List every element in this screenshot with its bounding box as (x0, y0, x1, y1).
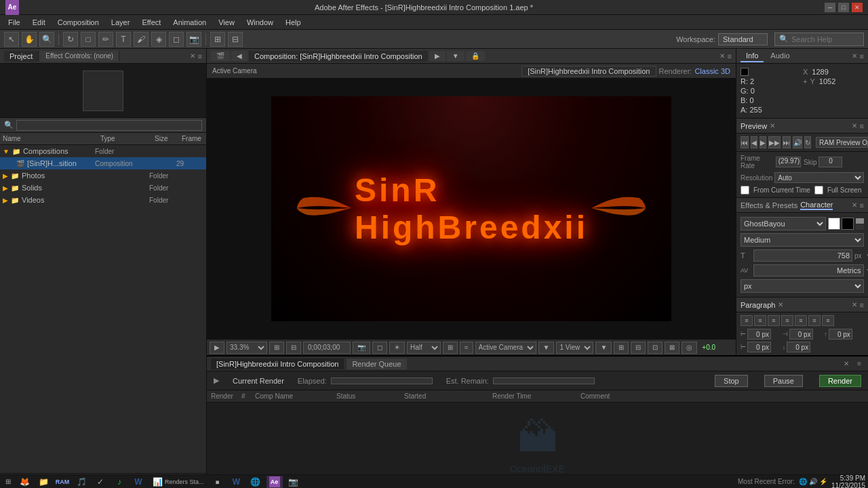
vt-extra5[interactable]: ◎ (682, 342, 697, 354)
search-input[interactable] (791, 35, 859, 43)
maximize-button[interactable]: □ (838, 3, 849, 12)
vt-resolution-dropdown[interactable]: Half (407, 342, 441, 354)
toolbar-zoom-tool[interactable]: 🔍 (39, 32, 54, 47)
skip-value[interactable]: 0 (818, 157, 842, 167)
list-item[interactable]: ▼ 📁 Compositions Folder (0, 145, 206, 157)
preview-loop[interactable]: ↻ (804, 136, 811, 148)
window-controls[interactable]: ─ □ ✕ (825, 3, 863, 12)
align-left-button[interactable]: ≡ (741, 315, 753, 326)
unit-dropdown[interactable]: px (741, 279, 864, 293)
character-tab[interactable]: Character (800, 201, 833, 210)
timeline-panel-menu[interactable]: ≡ (854, 360, 864, 367)
comp-panel-arrow-right[interactable]: ▶ (429, 51, 446, 61)
list-item[interactable]: ▶ 📁 Photos Folder (0, 169, 206, 182)
pause-button[interactable]: Pause (764, 375, 803, 387)
preview-ram-options[interactable]: RAM Preview Options (816, 137, 868, 148)
render-button[interactable]: Render (819, 375, 861, 387)
effects-panel-close[interactable]: ✕ (852, 201, 857, 209)
vt-dropdown-arrow[interactable]: ▼ (538, 342, 555, 354)
vt-extra3[interactable]: ⊡ (648, 342, 663, 354)
audio-tab[interactable]: Audio (765, 50, 795, 62)
renderer-value[interactable]: Classic 3D (694, 67, 730, 75)
vt-safe-margins[interactable]: ⊟ (286, 342, 301, 354)
preview-skip-end[interactable]: ⏭ (783, 136, 791, 148)
taskbar-ae[interactable]: Ae (267, 476, 283, 488)
project-panel-menu[interactable]: ≡ (198, 52, 202, 60)
para-panel-close[interactable]: ✕ (852, 301, 857, 309)
indent-left-input[interactable] (747, 329, 771, 340)
taskbar-word[interactable]: W (130, 476, 146, 488)
menu-layer[interactable]: Layer (106, 17, 136, 28)
close-button[interactable]: ✕ (852, 3, 863, 12)
toolbar-extra-1[interactable]: ⊞ (210, 32, 225, 47)
start-button[interactable]: ⊞ (3, 476, 14, 488)
preview-play[interactable]: ▶ (760, 136, 766, 148)
justify-right-button[interactable]: ≡ (808, 315, 821, 326)
render-queue-tab[interactable]: Render Queue (347, 359, 406, 369)
taskbar-word2[interactable]: W (229, 476, 245, 488)
comp-tab-main[interactable]: Composition: [SinR]Highbreedxii Intro Co… (249, 51, 428, 62)
taskbar-vlc[interactable]: 🎵 (73, 476, 90, 488)
font-size-dropdown[interactable]: ▼ (866, 252, 868, 260)
comp-panel-menu[interactable]: ≡ (728, 52, 732, 60)
indent-first-input[interactable] (747, 342, 771, 352)
vt-snap[interactable]: ⊞ (443, 342, 458, 354)
para-close-x[interactable]: ✕ (778, 301, 783, 308)
vt-camera-icon[interactable]: 📷 (353, 342, 370, 354)
toolbar-hand-tool[interactable]: ✋ (22, 32, 37, 47)
current-render-toggle[interactable]: ▶ (214, 376, 219, 385)
preview-panel-close[interactable]: ✕ (852, 122, 857, 130)
preview-close-tab[interactable]: ✕ (770, 122, 775, 129)
taskbar-browser[interactable]: 🌐 (248, 476, 264, 488)
vt-camera-dropdown[interactable]: Active Camera (475, 342, 536, 354)
taskbar-terminal[interactable]: ▪ (210, 476, 226, 488)
workspace-dropdown[interactable]: Standard (718, 33, 768, 45)
toolbar-camera-tool[interactable]: 📷 (186, 32, 201, 47)
comp-panel-arrow-left[interactable]: ◀ (231, 51, 248, 61)
preview-panel-menu[interactable]: ≡ (860, 122, 864, 130)
from-current-checkbox[interactable] (741, 186, 749, 195)
list-item[interactable]: ▶ 📁 Solids Folder (0, 182, 206, 194)
no-color-button[interactable] (856, 224, 864, 230)
effects-panel-menu[interactable]: ≡ (860, 201, 864, 209)
timeline-panel-close[interactable]: ✕ (841, 360, 852, 367)
stop-button[interactable]: Stop (715, 375, 748, 387)
vt-view-arrow[interactable]: ▼ (595, 342, 612, 354)
menu-edit[interactable]: Edit (27, 17, 51, 28)
project-tab[interactable]: Project (4, 51, 39, 62)
menu-view[interactable]: View (213, 17, 240, 28)
vt-extra4[interactable]: ⊠ (665, 342, 679, 354)
comp-panel-lock[interactable]: 🔒 (466, 51, 485, 61)
justify-all-button[interactable]: ≡ (822, 315, 834, 326)
indent-right-input[interactable] (789, 329, 813, 340)
minimize-button[interactable]: ─ (825, 3, 835, 12)
font-size-input[interactable] (753, 249, 852, 262)
composition-viewport[interactable]: SinR HighBreedxii (207, 79, 736, 339)
taskbar-ram[interactable]: RAM (54, 476, 71, 488)
preview-step-forward[interactable]: ▶▶ (768, 136, 781, 148)
resolution-dropdown[interactable]: Auto (774, 172, 864, 183)
align-right-button[interactable]: ≡ (768, 315, 780, 326)
vt-play-button[interactable]: ▶ (210, 342, 224, 354)
full-screen-checkbox[interactable] (814, 186, 823, 195)
comp-panel-dropdown[interactable]: ▼ (447, 51, 465, 61)
menu-animation[interactable]: Animation (167, 17, 212, 28)
toolbar-rect-tool[interactable]: □ (81, 32, 96, 47)
space-after-input[interactable] (787, 342, 810, 352)
fill-color-box[interactable] (828, 218, 840, 230)
list-item[interactable]: 🎬 [SinR]H...sition Composition 29 (0, 157, 206, 169)
taskbar-render-status[interactable]: 📊 Renders Sta... (149, 476, 207, 488)
vt-extra2[interactable]: ⊟ (631, 342, 646, 354)
preview-audio[interactable]: 🔊 (793, 136, 802, 148)
taskbar-spotify[interactable]: ♪ (111, 476, 127, 488)
font-name-dropdown[interactable]: GhostBayou (741, 217, 826, 230)
color-preview[interactable] (741, 68, 749, 76)
menu-composition[interactable]: Composition (52, 17, 104, 28)
para-panel-menu[interactable]: ≡ (860, 301, 864, 309)
vt-extra1[interactable]: ⊞ (614, 342, 629, 354)
vt-motion-blur[interactable]: ≈ (460, 342, 473, 354)
project-search-input[interactable] (16, 120, 202, 131)
vt-zoom-dropdown[interactable]: 33.3% (226, 342, 267, 354)
taskbar-firefox[interactable]: 🦊 (16, 476, 33, 488)
vt-transparency[interactable]: ◻ (372, 342, 387, 354)
